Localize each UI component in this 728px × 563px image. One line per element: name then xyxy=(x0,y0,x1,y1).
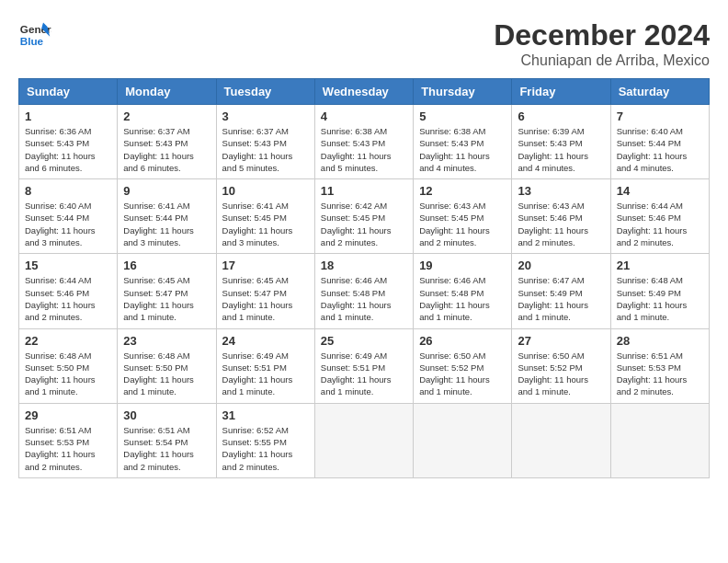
day-info: Sunrise: 6:45 AM Sunset: 5:47 PM Dayligh… xyxy=(123,274,210,323)
table-row: 10 Sunrise: 6:41 AM Sunset: 5:45 PM Dayl… xyxy=(216,179,314,254)
day-info: Sunrise: 6:51 AM Sunset: 5:53 PM Dayligh… xyxy=(617,350,703,398)
day-info: Sunrise: 6:45 AM Sunset: 5:47 PM Dayligh… xyxy=(222,274,309,323)
day-info: Sunrise: 6:43 AM Sunset: 5:45 PM Dayligh… xyxy=(419,200,506,248)
table-row: 16 Sunrise: 6:45 AM Sunset: 5:47 PM Dayl… xyxy=(118,254,216,328)
day-info: Sunrise: 6:44 AM Sunset: 5:46 PM Dayligh… xyxy=(25,274,111,323)
day-number: 30 xyxy=(123,408,210,422)
table-row: 28 Sunrise: 6:51 AM Sunset: 5:53 PM Dayl… xyxy=(610,328,709,403)
table-row: 6 Sunrise: 6:39 AM Sunset: 5:43 PM Dayli… xyxy=(512,105,610,179)
day-number: 31 xyxy=(222,408,309,422)
day-info: Sunrise: 6:40 AM Sunset: 5:44 PM Dayligh… xyxy=(25,200,111,248)
day-info: Sunrise: 6:41 AM Sunset: 5:44 PM Dayligh… xyxy=(123,200,210,248)
col-wednesday: Wednesday xyxy=(314,79,413,105)
table-row: 18 Sunrise: 6:46 AM Sunset: 5:48 PM Dayl… xyxy=(314,254,413,328)
day-number: 7 xyxy=(617,109,703,123)
month-title: December 2024 xyxy=(494,18,710,52)
day-number: 28 xyxy=(617,334,703,348)
day-info: Sunrise: 6:46 AM Sunset: 5:48 PM Dayligh… xyxy=(321,274,407,323)
day-number: 16 xyxy=(123,259,210,272)
table-row: 31 Sunrise: 6:52 AM Sunset: 5:55 PM Dayl… xyxy=(216,403,314,477)
col-thursday: Thursday xyxy=(414,79,512,105)
day-number: 23 xyxy=(123,334,210,348)
day-info: Sunrise: 6:46 AM Sunset: 5:48 PM Dayligh… xyxy=(419,274,506,323)
title-area: December 2024 Chuniapan de Arriba, Mexic… xyxy=(494,18,710,69)
day-number: 27 xyxy=(518,334,604,348)
table-row: 7 Sunrise: 6:40 AM Sunset: 5:44 PM Dayli… xyxy=(610,105,709,179)
table-row: 13 Sunrise: 6:43 AM Sunset: 5:46 PM Dayl… xyxy=(512,179,610,254)
day-info: Sunrise: 6:51 AM Sunset: 5:53 PM Dayligh… xyxy=(25,424,111,473)
table-row: 21 Sunrise: 6:48 AM Sunset: 5:49 PM Dayl… xyxy=(610,254,709,328)
day-info: Sunrise: 6:44 AM Sunset: 5:46 PM Dayligh… xyxy=(617,200,703,248)
day-number: 12 xyxy=(419,184,506,198)
day-number: 8 xyxy=(25,184,111,198)
day-info: Sunrise: 6:37 AM Sunset: 5:43 PM Dayligh… xyxy=(222,125,309,174)
day-info: Sunrise: 6:37 AM Sunset: 5:43 PM Dayligh… xyxy=(123,125,210,174)
day-info: Sunrise: 6:40 AM Sunset: 5:44 PM Dayligh… xyxy=(617,125,703,174)
day-number: 13 xyxy=(518,184,604,198)
calendar-row: 22 Sunrise: 6:48 AM Sunset: 5:50 PM Dayl… xyxy=(19,328,710,403)
day-info: Sunrise: 6:52 AM Sunset: 5:55 PM Dayligh… xyxy=(222,424,309,473)
day-info: Sunrise: 6:50 AM Sunset: 5:52 PM Dayligh… xyxy=(518,350,604,398)
calendar-body: 1 Sunrise: 6:36 AM Sunset: 5:43 PM Dayli… xyxy=(19,105,710,478)
calendar-row: 29 Sunrise: 6:51 AM Sunset: 5:53 PM Dayl… xyxy=(19,403,710,477)
day-number: 5 xyxy=(419,109,506,123)
table-row: 11 Sunrise: 6:42 AM Sunset: 5:45 PM Dayl… xyxy=(314,179,413,254)
day-info: Sunrise: 6:36 AM Sunset: 5:43 PM Dayligh… xyxy=(25,125,111,174)
col-sunday: Sunday xyxy=(19,79,118,105)
day-number: 25 xyxy=(321,334,407,348)
day-info: Sunrise: 6:38 AM Sunset: 5:43 PM Dayligh… xyxy=(321,125,407,174)
table-row: 8 Sunrise: 6:40 AM Sunset: 5:44 PM Dayli… xyxy=(19,179,118,254)
day-info: Sunrise: 6:49 AM Sunset: 5:51 PM Dayligh… xyxy=(321,350,407,398)
header-row: Sunday Monday Tuesday Wednesday Thursday… xyxy=(19,79,710,105)
table-row: 24 Sunrise: 6:49 AM Sunset: 5:51 PM Dayl… xyxy=(216,328,314,403)
day-number: 18 xyxy=(321,259,407,272)
day-number: 10 xyxy=(222,184,309,198)
calendar-row: 15 Sunrise: 6:44 AM Sunset: 5:46 PM Dayl… xyxy=(19,254,710,328)
day-number: 2 xyxy=(123,109,210,123)
table-row: 3 Sunrise: 6:37 AM Sunset: 5:43 PM Dayli… xyxy=(216,105,314,179)
table-row: 5 Sunrise: 6:38 AM Sunset: 5:43 PM Dayli… xyxy=(414,105,512,179)
day-number: 14 xyxy=(617,184,703,198)
day-number: 11 xyxy=(321,184,407,198)
table-row: 15 Sunrise: 6:44 AM Sunset: 5:46 PM Dayl… xyxy=(19,254,118,328)
day-number: 9 xyxy=(123,184,210,198)
day-info: Sunrise: 6:48 AM Sunset: 5:50 PM Dayligh… xyxy=(123,350,210,398)
calendar-row: 1 Sunrise: 6:36 AM Sunset: 5:43 PM Dayli… xyxy=(19,105,710,179)
table-row: 14 Sunrise: 6:44 AM Sunset: 5:46 PM Dayl… xyxy=(610,179,709,254)
svg-text:Blue: Blue xyxy=(20,35,44,47)
day-number: 22 xyxy=(25,334,111,348)
table-row xyxy=(414,403,512,477)
day-info: Sunrise: 6:38 AM Sunset: 5:43 PM Dayligh… xyxy=(419,125,506,174)
calendar-row: 8 Sunrise: 6:40 AM Sunset: 5:44 PM Dayli… xyxy=(19,179,710,254)
day-number: 20 xyxy=(518,259,604,272)
day-info: Sunrise: 6:48 AM Sunset: 5:49 PM Dayligh… xyxy=(617,274,703,323)
day-info: Sunrise: 6:47 AM Sunset: 5:49 PM Dayligh… xyxy=(518,274,604,323)
table-row: 9 Sunrise: 6:41 AM Sunset: 5:44 PM Dayli… xyxy=(118,179,216,254)
table-row: 4 Sunrise: 6:38 AM Sunset: 5:43 PM Dayli… xyxy=(314,105,413,179)
table-row: 17 Sunrise: 6:45 AM Sunset: 5:47 PM Dayl… xyxy=(216,254,314,328)
table-row: 30 Sunrise: 6:51 AM Sunset: 5:54 PM Dayl… xyxy=(118,403,216,477)
day-number: 21 xyxy=(617,259,703,272)
day-number: 4 xyxy=(321,109,407,123)
table-row: 25 Sunrise: 6:49 AM Sunset: 5:51 PM Dayl… xyxy=(314,328,413,403)
header: General Blue December 2024 Chuniapan de … xyxy=(18,18,710,69)
table-row: 26 Sunrise: 6:50 AM Sunset: 5:52 PM Dayl… xyxy=(414,328,512,403)
table-row xyxy=(512,403,610,477)
day-number: 19 xyxy=(419,259,506,272)
day-info: Sunrise: 6:41 AM Sunset: 5:45 PM Dayligh… xyxy=(222,200,309,248)
day-number: 6 xyxy=(518,109,604,123)
table-row xyxy=(314,403,413,477)
day-number: 29 xyxy=(25,408,111,422)
day-number: 26 xyxy=(419,334,506,348)
day-info: Sunrise: 6:42 AM Sunset: 5:45 PM Dayligh… xyxy=(321,200,407,248)
table-row: 20 Sunrise: 6:47 AM Sunset: 5:49 PM Dayl… xyxy=(512,254,610,328)
table-row: 12 Sunrise: 6:43 AM Sunset: 5:45 PM Dayl… xyxy=(414,179,512,254)
day-number: 24 xyxy=(222,334,309,348)
day-number: 17 xyxy=(222,259,309,272)
table-row: 2 Sunrise: 6:37 AM Sunset: 5:43 PM Dayli… xyxy=(118,105,216,179)
day-info: Sunrise: 6:39 AM Sunset: 5:43 PM Dayligh… xyxy=(518,125,604,174)
table-row: 27 Sunrise: 6:50 AM Sunset: 5:52 PM Dayl… xyxy=(512,328,610,403)
day-number: 1 xyxy=(25,109,111,123)
table-row xyxy=(610,403,709,477)
location-title: Chuniapan de Arriba, Mexico xyxy=(494,52,710,69)
